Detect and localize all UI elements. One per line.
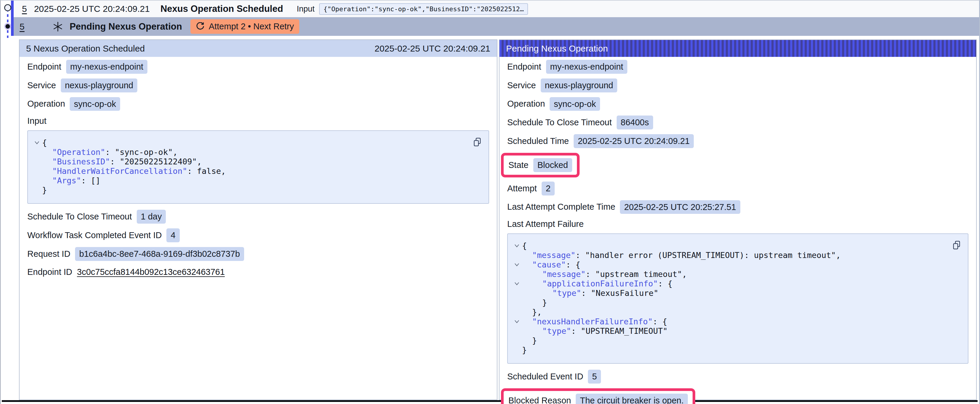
pending-asterisk-icon bbox=[52, 21, 63, 32]
json-value: { bbox=[522, 241, 527, 250]
retry-status-badge: Attempt 2 • Next Retry bbox=[191, 19, 299, 34]
json-value: : { bbox=[652, 317, 667, 326]
retry-badge-label: Attempt 2 • Next Retry bbox=[209, 22, 294, 32]
field-workflow-task-completed-event-id: Workflow Task Completed Event ID4 bbox=[27, 228, 180, 242]
field-schedule-to-close-timeout: Schedule To Close Timeout86400s bbox=[507, 116, 653, 130]
field-value-badge: sync-op-ok bbox=[70, 97, 120, 111]
json-line-text: "Args": [] bbox=[42, 176, 100, 185]
event-title: Pending Nexus Operation bbox=[70, 21, 182, 32]
json-value: } bbox=[522, 345, 527, 355]
field-value-badge: The circuit breaker is open. bbox=[576, 394, 688, 404]
collapse-chevron-icon bbox=[514, 263, 519, 266]
right-panel-body: Endpointmy-nexus-endpointServicenexus-pl… bbox=[500, 57, 976, 404]
collapse-chevron-icon bbox=[514, 320, 519, 323]
panel-header-pending: Pending Nexus Operation bbox=[500, 40, 976, 57]
json-line-text: } bbox=[42, 185, 47, 195]
field-label: Endpoint ID bbox=[27, 267, 72, 277]
json-value: { bbox=[42, 138, 47, 147]
json-value: : { bbox=[658, 279, 672, 288]
json-line-text: "HandlerWaitForCancellation": false, bbox=[42, 166, 226, 176]
json-key: "message" bbox=[532, 250, 576, 260]
left-panel-body: Endpointmy-nexus-endpointServicenexus-pl… bbox=[19, 57, 497, 279]
copy-button[interactable] bbox=[952, 241, 961, 251]
collapse-chevron-icon bbox=[514, 282, 519, 285]
json-line-text: { bbox=[522, 241, 527, 250]
field-value-link[interactable]: 3c0c75ccfa8144b092c13ce632463761 bbox=[77, 267, 225, 277]
collapse-toggle[interactable] bbox=[511, 320, 522, 323]
json-value: : { bbox=[566, 260, 581, 269]
copy-icon bbox=[952, 241, 961, 250]
field-label: Schedule To Close Timeout bbox=[507, 117, 612, 127]
field-state-highlighted: StateBlocked bbox=[501, 153, 579, 177]
panel-timestamp: 2025-02-25 UTC 20:24:09.21 bbox=[375, 44, 490, 54]
json-value: : [] bbox=[81, 176, 100, 185]
json-key: "nexusHandlerFailureInfo" bbox=[532, 317, 652, 326]
field-value-badge: Blocked bbox=[533, 158, 572, 172]
field-label: Operation bbox=[507, 99, 545, 109]
json-line: { bbox=[511, 241, 947, 250]
field-value-badge: 4 bbox=[166, 228, 180, 242]
json-line: } bbox=[511, 336, 947, 345]
json-line: "cause": { bbox=[511, 260, 947, 269]
json-line: "message": "upstream timeout", bbox=[511, 269, 947, 279]
json-value: }, bbox=[532, 307, 542, 317]
field-operation: Operationsync-op-ok bbox=[27, 97, 120, 111]
json-line: "type": "UPSTREAM_TIMEOUT" bbox=[511, 326, 947, 336]
json-key: "type" bbox=[552, 288, 581, 298]
collapse-toggle[interactable] bbox=[32, 141, 42, 144]
event-row-nexus-operation-scheduled[interactable]: 5 2025-02-25 UTC 20:24:09.21 Nexus Opera… bbox=[14, 1, 979, 17]
panel-title: Pending Nexus Operation bbox=[506, 44, 608, 54]
panel-title: 5 Nexus Operation Scheduled bbox=[26, 44, 145, 54]
event-row-pending-nexus-operation[interactable]: 5 Pending Nexus Operation Attempt 2 • Ne… bbox=[14, 17, 979, 36]
field-label: Endpoint bbox=[27, 62, 61, 72]
field-service: Servicenexus-playground bbox=[507, 79, 617, 92]
input-preview-pill[interactable]: {"Operation":"sync-op-ok","BusinessID":"… bbox=[319, 3, 528, 15]
bottom-divider bbox=[2, 400, 978, 402]
event-id-link[interactable]: 5 bbox=[19, 22, 25, 32]
json-value: : "handler error (UPSTREAM_TIMEOUT): ups… bbox=[576, 250, 841, 260]
input-inline-label: Input bbox=[297, 5, 314, 14]
timeline-open-circle-icon bbox=[5, 5, 11, 11]
json-value: } bbox=[42, 185, 47, 195]
field-label: Scheduled Event ID bbox=[507, 372, 583, 382]
timeline-dot-icon bbox=[6, 24, 10, 29]
field-value-badge: 86400s bbox=[617, 116, 653, 130]
collapse-toggle[interactable] bbox=[511, 244, 522, 248]
json-line-text: "BusinessID": "20250225122409", bbox=[42, 157, 202, 166]
json-line-text: } bbox=[522, 345, 527, 355]
field-label: Scheduled Time bbox=[507, 136, 569, 146]
field-label: Workflow Task Completed Event ID bbox=[27, 230, 162, 240]
field-value-badge: nexus-playground bbox=[541, 79, 617, 92]
collapse-toggle[interactable] bbox=[511, 282, 522, 285]
field-endpoint-id: Endpoint ID3c0c75ccfa8144b092c13ce632463… bbox=[27, 266, 225, 279]
field-value-badge: nexus-playground bbox=[61, 79, 138, 92]
field-request-id: Request IDb1c6a4bc-8ee7-468a-9169-df3b02… bbox=[27, 247, 244, 261]
copy-button[interactable] bbox=[473, 138, 481, 148]
collapse-toggle[interactable] bbox=[511, 263, 522, 266]
event-detail-panel-pending: Pending Nexus Operation Endpointmy-nexus… bbox=[499, 40, 977, 400]
json-line-text: { bbox=[42, 138, 47, 147]
json-line-text: "applicationFailureInfo": { bbox=[522, 279, 672, 288]
field-last-attempt-complete-time: Last Attempt Complete Time2025-02-25 UTC… bbox=[507, 200, 740, 214]
json-code-block: {"Operation": "sync-op-ok","BusinessID":… bbox=[27, 130, 489, 204]
json-line: "BusinessID": "20250225122409", bbox=[32, 157, 468, 166]
event-id-link[interactable]: 5 bbox=[22, 4, 27, 14]
json-value: : false, bbox=[187, 166, 226, 176]
json-value: : "sync-op-ok", bbox=[105, 147, 178, 157]
json-line-text: "message": "upstream timeout", bbox=[522, 269, 687, 279]
event-timestamp: 2025-02-25 UTC 20:24:09.21 bbox=[34, 4, 150, 14]
field-value-badge: my-nexus-endpoint bbox=[66, 60, 148, 74]
field-label: Attempt bbox=[507, 184, 537, 193]
field-label: Service bbox=[507, 81, 536, 90]
json-line: "nexusHandlerFailureInfo": { bbox=[511, 317, 947, 326]
json-value: } bbox=[542, 298, 547, 307]
field-label: State bbox=[508, 160, 528, 170]
json-line-text: } bbox=[522, 336, 537, 345]
field-label: Request ID bbox=[27, 249, 70, 259]
json-key: "message" bbox=[542, 269, 585, 279]
json-line-text: "nexusHandlerFailureInfo": { bbox=[522, 317, 667, 326]
field-blocked-reason-highlighted: Blocked ReasonThe circuit breaker is ope… bbox=[501, 388, 695, 404]
json-value: : "20250225122409", bbox=[110, 157, 202, 166]
json-key: "Operation" bbox=[52, 147, 105, 157]
json-line-text: "cause": { bbox=[522, 260, 581, 269]
